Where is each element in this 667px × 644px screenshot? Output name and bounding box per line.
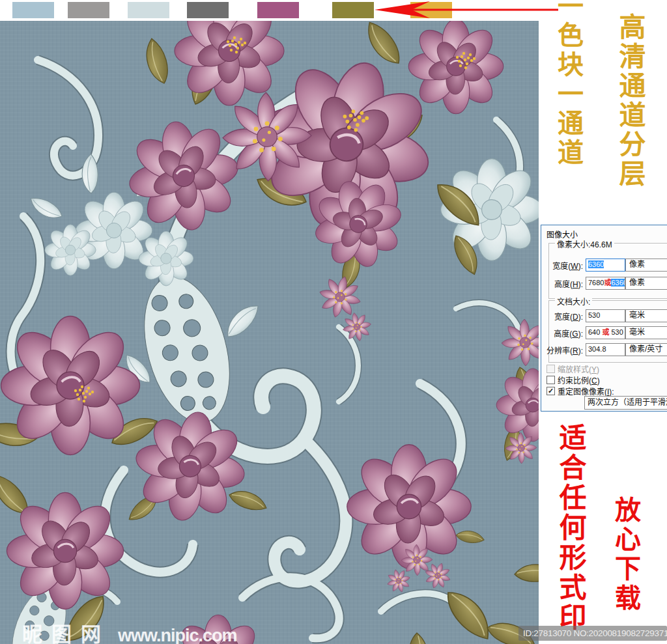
palette-swatch: [187, 2, 229, 18]
width-doc-input[interactable]: 530: [586, 309, 625, 322]
height-px-unit-dropdown[interactable]: 像素∨: [625, 277, 667, 290]
palette-swatch: [128, 2, 169, 18]
checkbox-scale-styles[interactable]: 缩放样式(Y): [546, 363, 599, 374]
resolution-input[interactable]: 304.8: [586, 343, 625, 356]
checkbox-resample-image[interactable]: ✓ 重定图像像素(I):: [546, 385, 614, 396]
scale-styles-checkbox-icon: [546, 365, 555, 373]
resolution-label: 分辨率(R):: [544, 344, 583, 356]
document-size-group-label: 文档大小:: [555, 296, 592, 307]
width-px-input[interactable]: 6360: [586, 259, 625, 272]
constrain-label: 约束比例(C): [558, 374, 600, 385]
height-px-row: 高度(H): 7680或6360 像素∨: [541, 277, 667, 290]
height-px-label: 高度(H):: [544, 278, 583, 289]
annotation-one-block-one-channel: 一色块一通道: [555, 0, 581, 168]
palette-swatch: [68, 2, 109, 18]
annotation-hd-channel-layers: 高清通道分层: [616, 13, 643, 189]
width-doc-label: 宽度(D):: [544, 311, 583, 322]
pixel-size-group-label: 像素大小:46.6M: [555, 238, 614, 249]
resolution-row: 分辨率(R): 304.8 像素/英寸: [541, 343, 667, 356]
image-size-dialog: 图像大小 像素大小:46.6M 宽度(W): 6360 像素∨ 高度(H): 7…: [541, 225, 667, 412]
width-doc-unit[interactable]: 毫米: [625, 309, 667, 322]
width-doc-row: 宽度(D): 530 毫米: [541, 309, 667, 322]
annotation-fit-any-print: 适合任何形式印: [556, 423, 584, 633]
width-px-unit-dropdown[interactable]: 像素∨: [625, 259, 667, 272]
image-id-watermark: ID:27813070 NO:20200819082729371088: [518, 626, 667, 641]
height-doc-input[interactable]: 640 或 530: [586, 326, 625, 339]
annotation-download-safely: 放心下载: [612, 496, 638, 613]
checkbox-constrain-proportions[interactable]: 约束比例(C): [546, 374, 600, 385]
resample-label: 重定图像像素(I):: [558, 385, 614, 397]
resample-checkbox-icon: ✓: [546, 387, 555, 395]
red-arrow-annotation: [365, 0, 567, 21]
height-px-input[interactable]: 7680或6360: [586, 277, 625, 290]
resample-method-dropdown[interactable]: 两次立方（适用于平滑渐变: [584, 396, 667, 410]
fabric-pattern-image: [0, 21, 539, 644]
resolution-unit[interactable]: 像素/英寸: [625, 343, 667, 356]
height-doc-unit[interactable]: 毫米: [625, 326, 667, 339]
screenshot-stage: 一色块一通道 高清通道分层 适合任何形式印 放心下载 图像大小 像素大小:46.…: [0, 0, 667, 644]
scale-styles-label: 缩放样式(Y): [558, 363, 599, 374]
width-px-row: 宽度(W): 6360 像素∨: [541, 259, 667, 272]
site-name: 昵图网: [22, 618, 110, 644]
height-doc-row: 高度(G): 640 或 530 毫米: [541, 326, 667, 339]
site-watermark: 昵图网 www.nipic.com: [22, 618, 237, 644]
height-doc-label: 高度(G):: [544, 328, 583, 339]
palette-swatch: [12, 2, 54, 18]
site-url: www.nipic.com: [118, 626, 237, 644]
palette-swatch: [257, 2, 299, 18]
constrain-checkbox-icon: [546, 376, 555, 384]
width-px-label: 宽度(W):: [544, 260, 583, 271]
